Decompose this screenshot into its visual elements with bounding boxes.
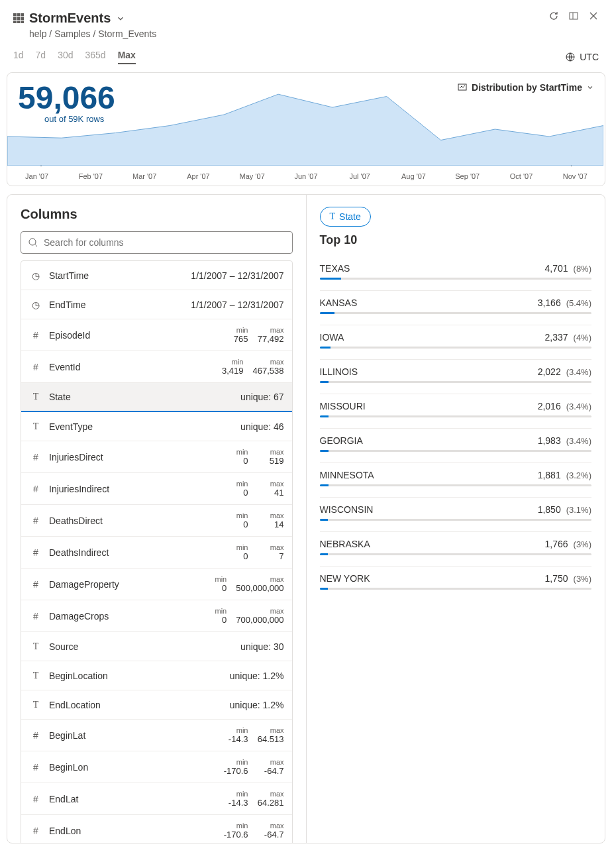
top-item-bar bbox=[320, 553, 592, 555]
max-label: max bbox=[270, 448, 284, 456]
hash-icon: # bbox=[29, 762, 42, 773]
text-type-icon: T bbox=[29, 392, 42, 402]
max-label: max bbox=[270, 543, 284, 551]
top-item-minnesota[interactable]: MINNESOTA1,881(3.2%) bbox=[320, 463, 592, 498]
top-item-count: 2,016 bbox=[538, 401, 561, 411]
column-row-source[interactable]: TSourceunique: 30 bbox=[21, 632, 292, 661]
column-name: InjuriesDirect bbox=[49, 452, 222, 462]
column-name: Source bbox=[49, 641, 240, 652]
top-item-georgia[interactable]: GEORGIA1,983(3.4%) bbox=[320, 429, 592, 463]
max-value: 64.281 bbox=[258, 798, 284, 808]
top-item-texas[interactable]: TEXAS4,701(8%) bbox=[320, 256, 592, 291]
column-search[interactable] bbox=[21, 231, 293, 254]
max-label: max bbox=[270, 480, 284, 488]
column-search-input[interactable] bbox=[44, 237, 285, 248]
globe-icon bbox=[565, 52, 576, 62]
column-chip[interactable]: T State bbox=[320, 207, 371, 227]
x-tick: Jan '07 bbox=[10, 172, 64, 180]
max-label: max bbox=[270, 512, 284, 519]
column-row-endlon[interactable]: #EndLonmin-170.6max-64.7 bbox=[21, 815, 292, 843]
distribution-dropdown[interactable]: Distribution by StartTime bbox=[457, 82, 594, 93]
x-tick: Nov '07 bbox=[548, 172, 602, 180]
min-label: min bbox=[236, 512, 248, 519]
column-row-injuriesindirect[interactable]: #InjuriesIndirectmin0max41 bbox=[21, 473, 292, 505]
column-row-beginlocation[interactable]: TBeginLocationunique: 1.2% bbox=[21, 661, 292, 690]
time-tab-365d[interactable]: 365d bbox=[85, 50, 106, 64]
time-tab-1d[interactable]: 1d bbox=[13, 50, 24, 64]
top-title: Top 10 bbox=[320, 233, 592, 247]
refresh-icon[interactable] bbox=[548, 11, 559, 21]
hash-icon: # bbox=[29, 452, 42, 462]
max-label: max bbox=[270, 326, 284, 334]
chevron-down-icon[interactable] bbox=[116, 14, 125, 23]
chevron-down-icon bbox=[586, 83, 594, 91]
top-item-nebraska[interactable]: NEBRASKA1,766(3%) bbox=[320, 532, 592, 567]
top-item-pct: (5.4%) bbox=[566, 298, 591, 308]
close-icon[interactable] bbox=[588, 11, 599, 21]
column-row-eventtype[interactable]: TEventTypeunique: 46 bbox=[21, 412, 292, 441]
column-row-episodeid[interactable]: #EpisodeIdmin765max77,492 bbox=[21, 319, 292, 351]
column-row-eventid[interactable]: #EventIdmin3,419max467,538 bbox=[21, 351, 292, 383]
column-name: DeathsDirect bbox=[49, 515, 222, 526]
max-label: max bbox=[270, 822, 284, 830]
column-summary: unique: 1.2% bbox=[230, 700, 284, 710]
column-row-damageproperty[interactable]: #DamagePropertymin0max500,000,000 bbox=[21, 569, 292, 600]
column-row-starttime[interactable]: ◷StartTime1/1/2007 – 12/31/2007 bbox=[21, 261, 292, 290]
x-tick: Oct '07 bbox=[494, 172, 548, 180]
breadcrumb[interactable]: help / Samples / Storm_Events bbox=[13, 28, 156, 39]
min-value: 0 bbox=[243, 456, 248, 466]
time-tabs: 1d7d30d365dMax bbox=[13, 50, 136, 64]
column-row-deathsdirect[interactable]: #DeathsDirectmin0max14 bbox=[21, 505, 292, 537]
top-item-iowa[interactable]: IOWA2,337(4%) bbox=[320, 325, 592, 360]
x-tick: Mar '07 bbox=[118, 172, 172, 180]
top-item-new-york[interactable]: NEW YORK1,750(3%) bbox=[320, 567, 592, 600]
time-tab-7d[interactable]: 7d bbox=[36, 50, 46, 64]
column-name: BeginLon bbox=[49, 762, 222, 773]
column-row-damagecrops[interactable]: #DamageCropsmin0max700,000,000 bbox=[21, 600, 292, 632]
max-value: 14 bbox=[274, 519, 283, 529]
top-item-missouri[interactable]: MISSOURI2,016(3.4%) bbox=[320, 394, 592, 429]
title-row[interactable]: StormEvents bbox=[13, 11, 156, 26]
time-tab-30d[interactable]: 30d bbox=[58, 50, 73, 64]
timezone-selector[interactable]: UTC bbox=[565, 52, 599, 62]
column-name: StartTime bbox=[49, 270, 191, 281]
column-row-beginlon[interactable]: #BeginLonmin-170.6max-64.7 bbox=[21, 751, 292, 783]
time-tab-max[interactable]: Max bbox=[118, 50, 136, 64]
top-item-count: 1,750 bbox=[545, 573, 568, 584]
column-row-endtime[interactable]: ◷EndTime1/1/2007 – 12/31/2007 bbox=[21, 290, 292, 319]
hash-icon: # bbox=[29, 362, 42, 372]
column-row-state[interactable]: TStateunique: 67 bbox=[21, 383, 292, 412]
columns-list: ◷StartTime1/1/2007 – 12/31/2007◷EndTime1… bbox=[21, 260, 293, 843]
column-name: EventType bbox=[49, 421, 240, 432]
column-row-endlocation[interactable]: TEndLocationunique: 1.2% bbox=[21, 690, 292, 720]
column-row-beginlat[interactable]: #BeginLatmin-14.3max64.513 bbox=[21, 720, 292, 751]
column-row-deathsindirect[interactable]: #DeathsIndirectmin0max7 bbox=[21, 537, 292, 569]
max-label: max bbox=[270, 358, 284, 366]
top-item-wisconsin[interactable]: WISCONSIN1,850(3.1%) bbox=[320, 498, 592, 532]
view-switch-icon[interactable] bbox=[568, 11, 579, 21]
top-item-count: 2,337 bbox=[545, 332, 568, 343]
min-label: min bbox=[236, 448, 248, 456]
top-item-pct: (3.2%) bbox=[566, 470, 591, 480]
min-value: -14.3 bbox=[229, 734, 248, 744]
top-item-pct: (3%) bbox=[574, 574, 591, 584]
column-name: EventId bbox=[49, 362, 217, 372]
column-summary: unique: 46 bbox=[240, 421, 283, 432]
top-item-bar bbox=[320, 588, 592, 590]
svg-point-3 bbox=[29, 239, 36, 245]
top-item-count: 1,850 bbox=[538, 504, 561, 515]
top-item-name: MISSOURI bbox=[320, 401, 538, 411]
min-value: 0 bbox=[243, 488, 248, 498]
top-item-name: NEW YORK bbox=[320, 573, 545, 584]
column-summary: 1/1/2007 – 12/31/2007 bbox=[191, 270, 283, 281]
column-row-injuriesdirect[interactable]: #InjuriesDirectmin0max519 bbox=[21, 441, 292, 473]
top-item-illinois[interactable]: ILLINOIS2,022(3.4%) bbox=[320, 360, 592, 394]
hash-icon: # bbox=[29, 484, 42, 494]
top-item-kansas[interactable]: KANSAS3,166(5.4%) bbox=[320, 291, 592, 325]
column-row-endlat[interactable]: #EndLatmin-14.3max64.281 bbox=[21, 783, 292, 815]
distribution-card: 59,066 out of 59K rows Distribution by S… bbox=[7, 72, 605, 186]
max-value: 467,538 bbox=[253, 366, 284, 376]
header-actions bbox=[548, 11, 599, 21]
x-tick: Jun '07 bbox=[279, 172, 332, 180]
max-label: max bbox=[270, 607, 284, 615]
